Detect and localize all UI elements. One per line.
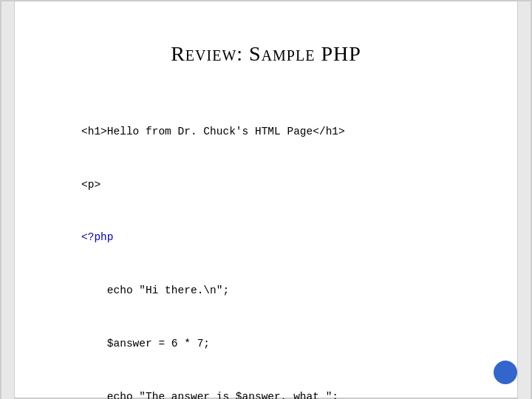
left-border	[1, 1, 15, 399]
title-php: PHP	[321, 42, 361, 65]
code-line-2: <p>	[81, 177, 451, 194]
code-line-5: $answer = 6 * 7;	[81, 335, 451, 353]
code-line-4: echo "Hi there.\n";	[81, 282, 451, 300]
blue-circle-decoration	[494, 361, 517, 384]
content-area: Review: Sample PHP <h1>Hello from Dr. Ch…	[52, 24, 480, 399]
right-border	[517, 1, 531, 399]
code-line-1: <h1>Hello from Dr. Chuck's HTML Page</h1…	[81, 123, 451, 141]
code-line-3: <?php	[81, 229, 451, 247]
slide-title: Review: Sample PHP	[81, 42, 451, 66]
code-block: <h1>Hello from Dr. Chuck's HTML Page</h1…	[81, 88, 451, 399]
code-line-6: echo "The answer is $answer, what ";	[81, 389, 451, 399]
slide-container: Review: Sample PHP <h1>Hello from Dr. Ch…	[0, 0, 532, 399]
title-sample-text: Sample	[249, 42, 315, 65]
title-review: Review:	[171, 42, 243, 65]
